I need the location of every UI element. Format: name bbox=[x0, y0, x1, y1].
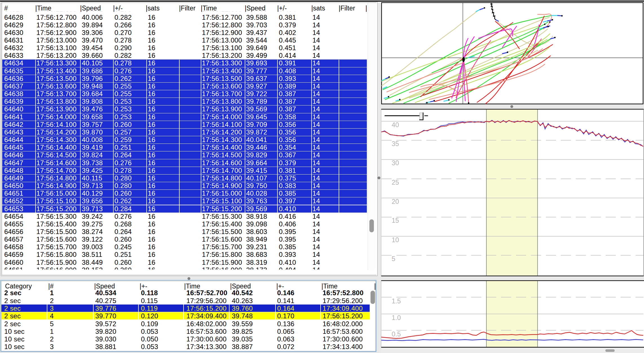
svg-text:25: 25 bbox=[392, 179, 399, 186]
svg-text:10: 10 bbox=[392, 236, 399, 244]
svg-text:30: 30 bbox=[392, 159, 399, 167]
svg-text:20: 20 bbox=[392, 198, 399, 205]
svg-text:0.5: 0.5 bbox=[392, 330, 401, 337]
svg-text:40: 40 bbox=[392, 121, 399, 129]
svg-text:5: 5 bbox=[392, 255, 395, 262]
svg-text:1.0: 1.0 bbox=[392, 314, 401, 321]
svg-text:15: 15 bbox=[392, 217, 399, 224]
svg-text:1.5: 1.5 bbox=[392, 297, 401, 305]
svg-text:35: 35 bbox=[392, 140, 399, 147]
